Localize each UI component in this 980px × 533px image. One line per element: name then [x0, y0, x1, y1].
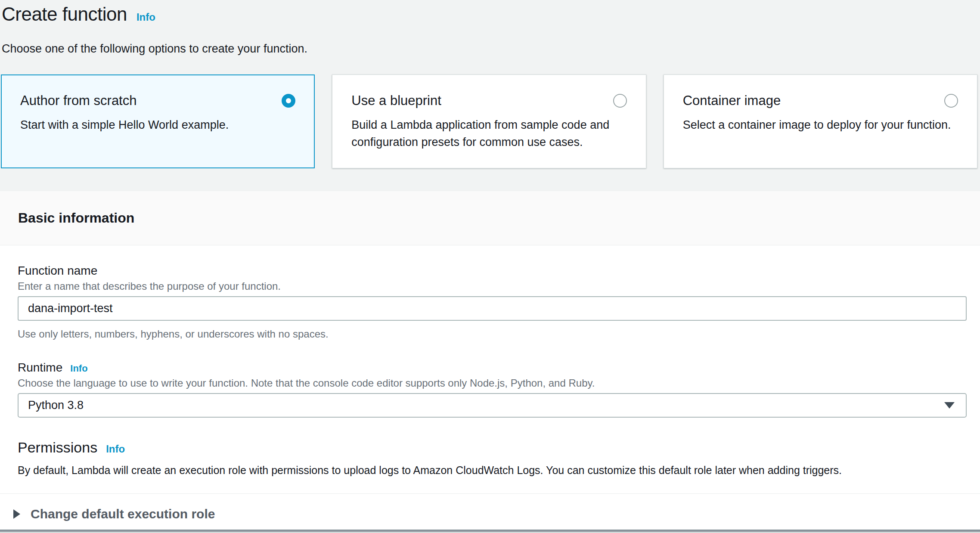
card-description: Build a Lambda application from sample c…	[351, 116, 626, 151]
title-row: Create function Info	[2, 3, 977, 25]
card-description: Select a container image to deploy for y…	[683, 116, 958, 133]
function-name-field-group: Function name Enter a name that describe…	[18, 263, 967, 341]
runtime-label: Runtime	[18, 360, 62, 375]
panel-body: Function name Enter a name that describe…	[0, 245, 980, 477]
card-title-row: Use a blueprint	[351, 93, 626, 108]
permissions-heading-row: Permissions Info	[18, 439, 967, 456]
card-title: Author from scratch	[20, 93, 136, 108]
radio-unselected-icon[interactable]	[613, 94, 627, 108]
function-name-description: Enter a name that describes the purpose …	[18, 280, 967, 293]
field-label-row: Runtime Info	[18, 360, 967, 375]
page-title: Create function	[2, 3, 127, 25]
expander-label: Change default execution role	[31, 507, 215, 521]
creation-option-cards: Author from scratch Start with a simple …	[0, 74, 980, 168]
permissions-info-link[interactable]: Info	[106, 443, 125, 455]
card-title: Container image	[683, 93, 781, 108]
radio-unselected-icon[interactable]	[944, 94, 958, 108]
panel-header: Basic information	[0, 191, 980, 245]
page-subtitle: Choose one of the following options to c…	[2, 42, 977, 56]
basic-information-panel: Basic information Function name Enter a …	[0, 191, 980, 533]
permissions-description: By default, Lambda will create an execut…	[18, 464, 967, 477]
runtime-field-group: Runtime Info Choose the language to use …	[18, 360, 967, 418]
change-default-execution-role-expander[interactable]: Change default execution role	[0, 494, 980, 521]
runtime-select[interactable]: Python 3.8	[18, 393, 967, 418]
chevron-down-icon	[944, 402, 955, 409]
card-description: Start with a simple Hello World example.	[20, 116, 295, 133]
card-title-row: Author from scratch	[20, 93, 295, 108]
card-title-row: Container image	[683, 93, 958, 108]
function-name-label: Function name	[18, 263, 97, 278]
option-card-container-image[interactable]: Container image Select a container image…	[664, 74, 977, 168]
basic-information-heading: Basic information	[18, 210, 134, 226]
runtime-selected-value: Python 3.8	[28, 399, 84, 412]
field-label-row: Function name	[18, 263, 967, 278]
function-name-constraint: Use only letters, numbers, hyphens, or u…	[18, 328, 967, 341]
function-name-input[interactable]	[18, 296, 967, 321]
permissions-section: Permissions Info By default, Lambda will…	[18, 439, 967, 477]
triangle-right-icon	[13, 509, 20, 519]
permissions-heading: Permissions	[18, 439, 97, 456]
page-header: Create function Info Choose one of the f…	[0, 0, 980, 56]
runtime-description: Choose the language to use to write your…	[18, 377, 967, 390]
option-card-use-a-blueprint[interactable]: Use a blueprint Build a Lambda applicati…	[332, 74, 646, 168]
card-title: Use a blueprint	[351, 93, 441, 108]
runtime-info-link[interactable]: Info	[70, 363, 87, 374]
option-card-author-from-scratch[interactable]: Author from scratch Start with a simple …	[1, 74, 315, 168]
create-function-info-link[interactable]: Info	[136, 11, 155, 23]
radio-selected-icon[interactable]	[282, 94, 295, 108]
